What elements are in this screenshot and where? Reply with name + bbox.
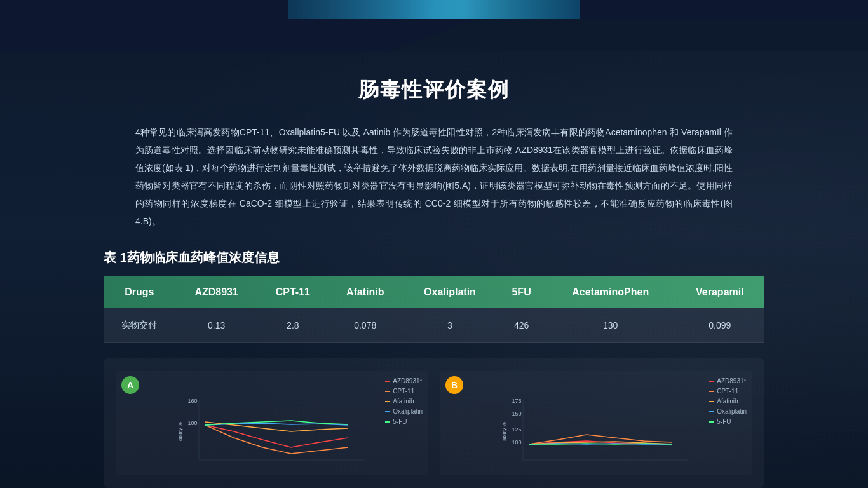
svg-point-6 <box>55 184 60 189</box>
cell-5fu: 426 <box>497 308 545 343</box>
svg-text:125: 125 <box>512 426 521 433</box>
chart-label-b: B <box>445 376 463 394</box>
drug-table: Drugs AZD8931 CPT-11 Afatinib Oxaliplati… <box>104 276 764 343</box>
legend-a-4: Oxaliplatin <box>393 407 423 417</box>
chart-svg-b: 175 150 125 100 <box>447 396 745 466</box>
svg-text:150: 150 <box>512 410 521 417</box>
cell-cpt11: 2.8 <box>258 308 328 343</box>
legend-a-3: Afatinib <box>393 396 414 407</box>
cell-acetaminophen: 130 <box>546 308 675 343</box>
chart-container: A AZD8931* CPT-11 Afatinib Oxaliplatin 5… <box>104 358 764 488</box>
col-drugs: Drugs <box>104 276 175 308</box>
svg-text:100: 100 <box>187 420 197 426</box>
col-5fu: 5FU <box>497 276 545 308</box>
chart-legend-a: AZD8931* CPT-11 Afatinib Oxaliplatin 5-F… <box>385 376 423 427</box>
table-row: 实物交付 0.13 2.8 0.078 3 426 130 0.099 <box>104 308 764 343</box>
svg-point-3 <box>42 146 47 151</box>
svg-text:175: 175 <box>512 398 521 404</box>
svg-text:100: 100 <box>512 439 521 445</box>
cell-label: 实物交付 <box>104 308 175 343</box>
svg-text:ability %: ability % <box>177 422 183 441</box>
chart-panel-a: A AZD8931* CPT-11 Afatinib Oxaliplatin 5… <box>116 371 428 475</box>
legend-a-1: AZD8931* <box>393 376 422 386</box>
col-afatinib: Afatinib <box>328 276 403 308</box>
svg-text:160: 160 <box>187 398 197 404</box>
svg-line-2 <box>57 168 64 187</box>
chart-legend-b: AZD8931* CPT-11 Afatinib Oxaliplatin 5-F… <box>709 376 747 427</box>
table-title: 表 1药物临床血药峰值浓度信息 <box>104 249 764 266</box>
legend-b-4: Oxaliplatin <box>717 407 747 417</box>
col-cpt11: CPT-11 <box>258 276 328 308</box>
legend-b-1: AZD8931* <box>717 376 746 386</box>
col-verapamil: Verapamil <box>675 276 764 308</box>
svg-line-0 <box>44 149 64 168</box>
col-oxaliplatin: Oxaliplatin <box>403 276 498 308</box>
description-text: 4种常见的临床泻高发药物CPT-11、Oxallplatin5-FU 以及 Aa… <box>135 123 733 230</box>
page-title: 肠毒性评价案例 <box>135 76 733 104</box>
svg-point-4 <box>60 165 67 171</box>
legend-a-2: CPT-11 <box>393 386 414 396</box>
legend-b-3: Afatinib <box>717 396 738 407</box>
chart-panel-b: B AZD8931* CPT-11 Afatinib Oxaliplatin 5… <box>440 371 752 475</box>
chart-label-a: A <box>121 376 139 394</box>
col-acetaminophen: AcetaminoPhen <box>546 276 675 308</box>
chart-svg-a: 160 100 <box>123 396 421 466</box>
legend-b-2: CPT-11 <box>717 386 738 396</box>
legend-a-5: 5-FU <box>393 417 407 427</box>
cell-azd8931: 0.13 <box>175 308 258 343</box>
cell-verapamil: 0.099 <box>675 308 764 343</box>
svg-text:ability %: ability % <box>501 422 507 441</box>
legend-b-5: 5-FU <box>717 417 731 427</box>
col-azd8931: AZD8931 <box>175 276 258 308</box>
cell-afatinib: 0.078 <box>328 308 403 343</box>
table-header-row: Drugs AZD8931 CPT-11 Afatinib Oxaliplati… <box>104 276 764 308</box>
svg-line-1 <box>64 155 83 168</box>
cell-oxaliplatin: 3 <box>403 308 498 343</box>
